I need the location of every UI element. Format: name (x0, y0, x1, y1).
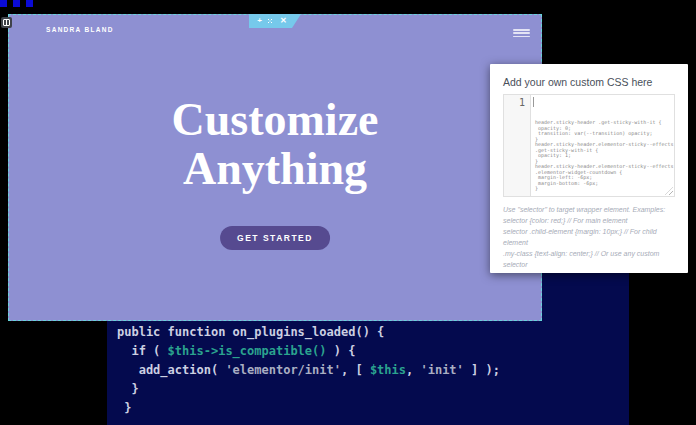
hero-title: Customize Anything (9, 95, 541, 193)
php-line: } (117, 380, 500, 399)
text-cursor (533, 97, 534, 107)
code-area[interactable]: header.sticky-header .get-sticky-with-it… (531, 95, 674, 196)
close-icon[interactable]: ✕ (280, 17, 287, 25)
add-section-icon[interactable]: + (257, 17, 262, 25)
menu-bar (513, 36, 530, 38)
hero-section: + ✕ SANDRA BLAND Customize Anything GET … (8, 14, 542, 321)
panel-title: Add your own custom CSS here (503, 76, 652, 88)
php-line: add_action( 'elementor/init', [ $this, '… (117, 361, 500, 380)
page: public function on_plugins_loaded() { if… (0, 0, 696, 425)
drag-handle-icon[interactable] (268, 19, 274, 24)
helper-text: Use "selector" to target wrapper element… (503, 204, 677, 270)
menu-bar (513, 32, 530, 34)
php-line: public function on_plugins_loaded() { (117, 323, 500, 342)
php-code: public function on_plugins_loaded() { if… (117, 323, 500, 418)
section-handle[interactable]: + ✕ (249, 14, 301, 28)
custom-css-panel: Add your own custom CSS here 1 header.st… (490, 64, 688, 273)
css-code-editor[interactable]: 1 header.sticky-header .get-sticky-with-… (503, 94, 675, 197)
php-line: } (117, 399, 500, 418)
edit-section-icon[interactable] (1, 17, 12, 28)
menu-icon[interactable] (513, 29, 530, 38)
decor-square (13, 0, 20, 7)
php-line: if ( $this->is_compatible() ) { (117, 342, 500, 361)
layout-icon (3, 19, 10, 26)
decor-square (0, 0, 7, 7)
line-number-gutter: 1 (504, 95, 531, 196)
decor-square (26, 0, 33, 7)
css-code: header.sticky-header .get-sticky-with-it… (535, 120, 673, 192)
get-started-button[interactable]: GET STARTED (220, 226, 330, 250)
menu-bar (513, 29, 530, 31)
site-logo[interactable]: SANDRA BLAND (46, 26, 114, 33)
